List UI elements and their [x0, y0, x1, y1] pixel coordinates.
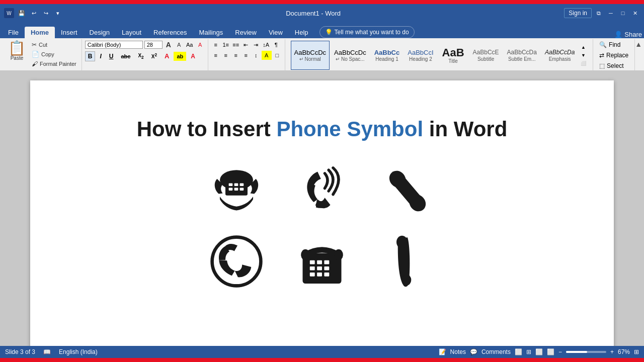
style-heading1[interactable]: AaBbCc Heading 1	[371, 41, 404, 70]
sign-in-button[interactable]: Sign in	[564, 8, 592, 18]
notes-label[interactable]: Notes	[450, 348, 466, 355]
redo-btn[interactable]: ↪	[41, 9, 50, 18]
styles-scroll-up[interactable]: ▲	[579, 43, 587, 51]
styles-scroll-down[interactable]: ▼	[579, 51, 587, 59]
line-spacing-btn[interactable]: ↕	[252, 51, 261, 60]
minimize-btn[interactable]: ─	[606, 8, 616, 18]
customize-quick-btn[interactable]: ▾	[53, 9, 62, 18]
paste-button[interactable]: 📋 Paste	[5, 40, 29, 62]
tab-home[interactable]: Home	[25, 27, 55, 38]
highlight-color-btn[interactable]: ab	[174, 52, 186, 61]
spell-check-icon[interactable]: 📖	[43, 348, 51, 355]
view-normal-icon[interactable]: ⬜	[515, 348, 522, 355]
shading-btn[interactable]: A	[262, 51, 272, 60]
font-case-btn[interactable]: Aa	[185, 40, 194, 49]
tell-me-box[interactable]: 💡 Tell me what you want to do	[319, 26, 415, 38]
align-right-btn[interactable]: ≡	[231, 51, 240, 60]
style-emphasis[interactable]: AaBbCcDa Emphasis	[541, 41, 578, 70]
maximize-btn[interactable]: □	[618, 8, 628, 18]
replace-button[interactable]: ⇄ Replace	[596, 51, 631, 60]
svg-rect-21	[324, 266, 329, 270]
font-size-increase-btn[interactable]: A	[164, 40, 173, 49]
format-painter-icon: 🖌	[32, 60, 38, 67]
style-emphasis-label: Emphasis	[549, 56, 571, 62]
tab-design[interactable]: Design	[84, 27, 116, 38]
font-name-row: A A Aa A	[85, 40, 205, 49]
style-title-label: Title	[448, 58, 458, 64]
tab-insert[interactable]: Insert	[55, 27, 84, 38]
superscript-button[interactable]: X2	[148, 51, 160, 61]
number-list-btn[interactable]: 1≡	[221, 40, 230, 49]
strikethrough-button[interactable]: abc	[118, 52, 133, 61]
svg-rect-20	[317, 266, 322, 270]
sort-btn[interactable]: ↕A	[262, 40, 271, 49]
font-name-input[interactable]	[85, 41, 143, 49]
font-color-btn[interactable]: A	[162, 51, 172, 61]
comments-label[interactable]: Comments	[481, 348, 511, 355]
view-reading-icon[interactable]: ⬜	[535, 348, 543, 355]
border-btn[interactable]: □	[273, 51, 282, 60]
red-top-bar	[0, 0, 644, 4]
style-no-space-label: ↵ No Spac...	[336, 56, 364, 62]
save-quick-btn[interactable]: 💾	[17, 9, 26, 18]
style-heading2[interactable]: AaBbCcI Heading 2	[404, 41, 437, 70]
align-center-btn[interactable]: ≡	[221, 51, 230, 60]
style-subtitle[interactable]: AaBbCcE Subtitle	[469, 41, 503, 70]
style-title[interactable]: AaB Title	[438, 41, 468, 70]
increase-indent-btn[interactable]: ⇥	[252, 40, 261, 49]
svg-point-15	[334, 249, 343, 260]
svg-rect-3	[234, 183, 238, 186]
tab-layout[interactable]: Layout	[116, 27, 147, 38]
find-button[interactable]: 🔍 Find	[596, 40, 623, 49]
styles-expand-btn[interactable]: ⬜	[579, 59, 587, 67]
pilcrow-btn[interactable]: ¶	[272, 40, 281, 49]
cut-button[interactable]: ✂ Cut	[30, 40, 78, 49]
style-heading2-preview: AaBbCcI	[408, 49, 433, 57]
align-left-btn[interactable]: ≡	[211, 51, 220, 60]
red-bottom-bar	[0, 358, 644, 362]
copy-button[interactable]: 📄 Copy	[30, 50, 78, 59]
svg-rect-18	[324, 260, 329, 264]
tab-review[interactable]: Review	[229, 27, 263, 38]
select-button[interactable]: ⬚ Select	[596, 61, 626, 70]
restore-btn[interactable]: ⧉	[594, 8, 604, 18]
bullet-list-btn[interactable]: ≡	[211, 40, 220, 49]
share-button[interactable]: 👤 Share	[614, 31, 642, 38]
decrease-indent-btn[interactable]: ⇤	[242, 40, 251, 49]
clear-format-btn[interactable]: A	[196, 40, 205, 49]
style-subtle-em-preview: AaBbCcDa	[507, 49, 537, 56]
fit-window-btn[interactable]: ⊞	[634, 348, 639, 355]
italic-button[interactable]: I	[97, 51, 104, 61]
view-slide-sorter-icon[interactable]: ⊞	[526, 348, 531, 355]
font-size-input[interactable]	[144, 41, 163, 49]
tab-file[interactable]: File	[2, 27, 25, 38]
font-size-decrease-btn[interactable]: A	[175, 40, 184, 49]
tab-mailings[interactable]: Mailings	[193, 27, 229, 38]
tab-references[interactable]: References	[147, 27, 193, 38]
font-format-row: B I U abc X2 X2 A ab A	[85, 51, 198, 61]
close-btn[interactable]: ✕	[630, 8, 640, 18]
tab-help[interactable]: Help	[289, 27, 314, 38]
phone-icons-row1	[70, 163, 574, 219]
document-page[interactable]: How to Insert Phone Symbol in Word	[30, 80, 614, 348]
bold-button[interactable]: B	[85, 51, 96, 61]
zoom-out-btn[interactable]: −	[558, 348, 562, 355]
view-presenter-icon[interactable]: ⬜	[547, 348, 554, 355]
subscript-button[interactable]: X2	[135, 51, 146, 61]
format-painter-button[interactable]: 🖌 Format Painter	[30, 59, 78, 68]
style-heading2-label: Heading 2	[409, 56, 432, 62]
justify-btn[interactable]: ≡	[242, 51, 251, 60]
style-subtitle-preview: AaBbCcE	[473, 49, 499, 56]
phone-icon-signal	[294, 163, 350, 219]
tab-view[interactable]: View	[263, 27, 289, 38]
style-normal[interactable]: AaBbCcDc ↵ Normal	[291, 41, 330, 70]
style-no-space[interactable]: AaBbCcDc ↵ No Spac...	[331, 41, 370, 70]
zoom-in-btn[interactable]: +	[610, 348, 614, 355]
undo-btn[interactable]: ↩	[29, 9, 38, 18]
zoom-bar[interactable]	[566, 351, 606, 353]
multilevel-list-btn[interactable]: ≡≡	[231, 40, 240, 49]
underline-button[interactable]: U	[106, 51, 117, 61]
style-subtle-em[interactable]: AaBbCcDa Subtle Em...	[504, 41, 540, 70]
svg-rect-19	[310, 266, 315, 270]
text-color-btn[interactable]: A	[188, 51, 198, 61]
